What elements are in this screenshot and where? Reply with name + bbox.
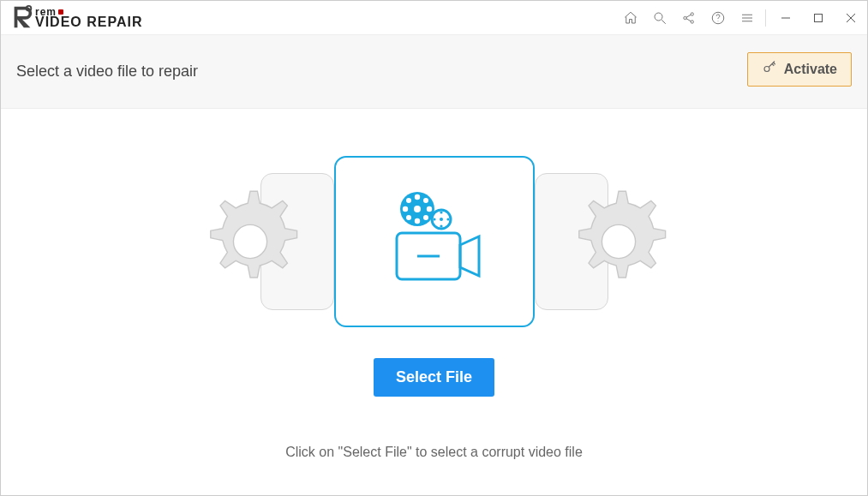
- app-logo: rem VIDEO REPAIR: [1, 3, 143, 33]
- center-card: [334, 156, 535, 327]
- titlebar: rem VIDEO REPAIR: [1, 1, 867, 35]
- svg-point-21: [233, 224, 266, 258]
- svg-rect-14: [815, 14, 823, 21]
- svg-line-6: [686, 15, 691, 17]
- menu-icon[interactable]: [733, 1, 762, 35]
- gear-right-icon: [559, 182, 679, 302]
- svg-point-34: [440, 211, 442, 213]
- svg-line-20: [773, 63, 775, 64]
- svg-point-9: [718, 21, 719, 21]
- svg-line-19: [772, 64, 774, 66]
- svg-point-17: [764, 67, 769, 72]
- titlebar-actions: [616, 1, 867, 35]
- svg-line-7: [686, 18, 691, 21]
- svg-point-3: [684, 16, 686, 19]
- svg-line-18: [769, 62, 775, 68]
- window-maximize-button[interactable]: [802, 1, 835, 35]
- activate-button[interactable]: Activate: [747, 52, 852, 87]
- main-area: Select File Click on "Select File" to se…: [1, 109, 867, 496]
- svg-point-40: [602, 224, 635, 258]
- svg-point-1: [655, 13, 662, 21]
- svg-point-28: [406, 198, 411, 203]
- svg-point-29: [423, 198, 428, 203]
- remo-glyph-icon: [9, 3, 35, 33]
- titlebar-separator: [765, 9, 766, 27]
- home-icon[interactable]: [616, 1, 645, 35]
- svg-point-33: [440, 218, 443, 221]
- svg-point-4: [691, 12, 693, 15]
- key-icon: [762, 60, 777, 79]
- select-file-button[interactable]: Select File: [374, 358, 494, 397]
- svg-point-5: [691, 20, 693, 22]
- hero-graphic: [254, 156, 614, 327]
- svg-point-25: [414, 218, 419, 224]
- window-close-button[interactable]: [835, 1, 867, 35]
- svg-point-26: [402, 206, 407, 212]
- page-title: Select a video file to repair: [16, 63, 198, 81]
- svg-point-36: [433, 218, 435, 220]
- svg-point-23: [414, 206, 421, 212]
- svg-point-24: [414, 194, 419, 200]
- svg-point-31: [423, 215, 428, 220]
- subheader: Select a video file to repair Activate: [1, 35, 867, 109]
- activate-label: Activate: [784, 62, 837, 77]
- brand-line2: VIDEO REPAIR: [35, 15, 143, 29]
- svg-point-35: [440, 224, 442, 227]
- video-camera-icon: [374, 182, 494, 302]
- svg-line-2: [661, 20, 666, 24]
- svg-point-27: [426, 206, 431, 212]
- share-icon[interactable]: [674, 1, 703, 35]
- search-icon[interactable]: [645, 1, 674, 35]
- svg-point-30: [406, 215, 411, 220]
- hint-text: Click on "Select File" to select a corru…: [285, 445, 583, 460]
- svg-point-37: [446, 218, 449, 220]
- gear-left-icon: [190, 182, 310, 302]
- window-minimize-button[interactable]: [769, 1, 802, 35]
- help-icon[interactable]: [703, 1, 733, 35]
